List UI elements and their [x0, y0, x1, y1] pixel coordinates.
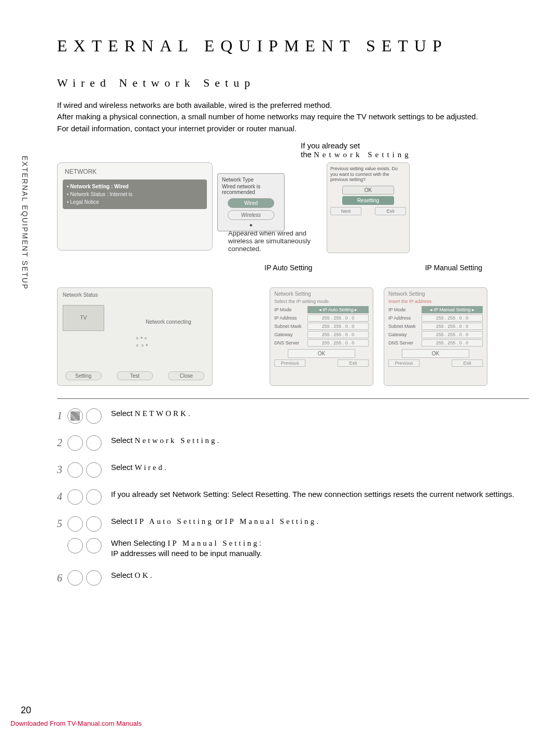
ok-button-icon: [86, 489, 102, 505]
step-number: 2: [57, 437, 64, 449]
ok-button-icon: [86, 408, 102, 424]
step-1: 1 Select NETWORK.: [57, 408, 529, 424]
label: IP Mode: [388, 307, 419, 312]
text: Network Setting: [314, 150, 412, 159]
test-button[interactable]: Test: [117, 371, 153, 380]
subnet-field[interactable]: 255 . 255 . 0 . 0: [422, 323, 483, 330]
ip-address-field[interactable]: 255 . 255 . 0 . 0: [422, 314, 483, 322]
ip-auto-panel: Network Setting Select the IP setting mo…: [270, 287, 373, 386]
panel-subtitle: Select the IP setting mode.: [274, 299, 369, 304]
menu-item-network-status[interactable]: • Network Status : Internet is: [67, 190, 203, 198]
section-title: Wired Network Setup: [57, 76, 529, 90]
gateway-field[interactable]: 255 . 255 . 0 . 0: [307, 331, 369, 338]
text: OK: [135, 571, 150, 579]
steps-list: 1 Select NETWORK. 2 Select Network Setti…: [57, 408, 529, 586]
menu-button-icon: [67, 408, 83, 424]
dns-field[interactable]: 255 . 255 . 0 . 0: [422, 339, 483, 347]
ok-button[interactable]: OK: [288, 349, 355, 358]
text: :: [259, 538, 261, 547]
ip-address-field[interactable]: 255 . 255 . 0 . 0: [307, 314, 369, 322]
ip-manual-caption: IP Manual Setting: [425, 264, 482, 272]
step-number: 5: [57, 518, 64, 530]
previous-button[interactable]: Previous: [388, 359, 419, 367]
menu-item-legal-notice[interactable]: • Legal Notice: [67, 198, 203, 206]
nav-button-icon: [67, 570, 83, 586]
panel-title: Network Setting: [274, 291, 369, 297]
setting-button[interactable]: Setting: [65, 371, 102, 380]
text: Network Setting: [135, 436, 217, 445]
text: Select: [111, 436, 135, 445]
ip-mode-select[interactable]: ◂ IP Manual Setting ▸: [422, 306, 483, 313]
intro-line: For detail information, contact your int…: [57, 123, 529, 134]
intro-line: If wired and wireless networks are both …: [57, 100, 529, 110]
step-6: 6 Select OK.: [57, 570, 529, 586]
wireless-option[interactable]: Wireless: [228, 210, 274, 220]
step-number: 1: [57, 410, 64, 422]
ip-auto-caption: IP Auto Setting: [264, 264, 312, 272]
step-number: 6: [57, 572, 64, 584]
exit-button[interactable]: Exit: [375, 207, 406, 215]
menu-item-network-setting[interactable]: • Network Setting : Wired: [67, 183, 203, 190]
next-button[interactable]: Next: [330, 207, 361, 215]
step-5b: When Selecting IP Manual Setting: IP add…: [57, 538, 529, 559]
label: IP Address: [388, 315, 419, 321]
exit-button[interactable]: Exit: [452, 359, 483, 367]
popup-note: Wired network is recommended: [218, 184, 284, 196]
label: IP Mode: [274, 307, 305, 312]
wired-option[interactable]: Wired: [228, 198, 274, 208]
download-footer: Downloaded From TV-Manual.com Manuals: [10, 720, 142, 727]
step-number: 3: [57, 464, 64, 476]
label: DNS Server: [274, 340, 305, 345]
text: Select: [111, 517, 135, 525]
label: DNS Server: [388, 340, 419, 345]
step-text: Select OK.: [111, 570, 152, 580]
text: IP addresses will need to be input manua…: [111, 549, 262, 558]
popup-title: Network Type: [218, 174, 284, 184]
intro-line: After making a physical connection, a sm…: [57, 112, 529, 122]
text: .: [188, 409, 190, 418]
panel-title: Network Setting: [388, 291, 483, 297]
text: NETWORK: [135, 409, 188, 418]
ok-button[interactable]: OK: [342, 186, 394, 195]
ok-button[interactable]: OK: [402, 349, 469, 358]
nav-button-icon: [67, 489, 83, 505]
network-menu-panel: NETWORK • Network Setting : Wired • Netw…: [57, 162, 213, 251]
network-type-popup: Network Type Wired network is recommende…: [217, 173, 285, 231]
resetting-button[interactable]: Resetting: [342, 196, 394, 205]
divider: [57, 398, 529, 399]
side-tab-label: EXTERNAL EQUIPMENT SETUP: [21, 156, 29, 290]
status-text: Network connecting: [146, 319, 191, 325]
dialog-message: Previous setting value exists. Do you wa…: [330, 166, 406, 183]
ok-button-icon: [86, 570, 102, 586]
text: .: [164, 463, 166, 472]
panel-subtitle: Insert the IP address.: [388, 299, 483, 304]
gateway-field[interactable]: 255 . 255 . 0 . 0: [422, 331, 483, 338]
exit-button[interactable]: Exit: [338, 359, 369, 367]
page-title: EXTERNAL EQUIPMENT SETUP: [57, 36, 529, 56]
ip-mode-select[interactable]: ◂ IP Auto Setting ▸: [307, 306, 369, 313]
text: IP Manual Setting: [225, 517, 317, 525]
text: IP Auto Setting: [135, 517, 214, 525]
dns-field[interactable]: 255 . 255 . 0 . 0: [307, 339, 369, 347]
close-button[interactable]: Close: [168, 371, 204, 380]
nav-button-icon: [67, 435, 83, 451]
menu-list: • Network Setting : Wired • Network Stat…: [63, 179, 207, 209]
step-text: If you already set Network Setting: Sele…: [111, 489, 514, 500]
step-text: Select IP Auto Setting or IP Manual Sett…: [111, 516, 318, 527]
ip-manual-panel: Network Setting Insert the IP address. I…: [384, 287, 487, 386]
step-5: 5 Select IP Auto Setting or IP Manual Se…: [57, 516, 529, 532]
already-set-note: If you already set the Network Setting: [301, 141, 529, 159]
label: IP Address: [274, 315, 305, 321]
text: .: [217, 436, 219, 445]
network-status-panel: Network Status TV Network connecting ∘•∘…: [57, 287, 213, 386]
text: When Selecting: [111, 538, 167, 547]
subnet-field[interactable]: 255 . 255 . 0 . 0: [307, 323, 369, 330]
tv-box: TV: [63, 305, 104, 331]
panel-title: Network Status: [63, 292, 207, 298]
previous-button[interactable]: Previous: [274, 359, 305, 367]
text: Select: [111, 409, 135, 418]
ok-button-icon: [86, 538, 102, 554]
ok-button-icon: [86, 435, 102, 451]
label: Gateway: [388, 332, 419, 337]
ok-button-icon: [86, 516, 102, 532]
